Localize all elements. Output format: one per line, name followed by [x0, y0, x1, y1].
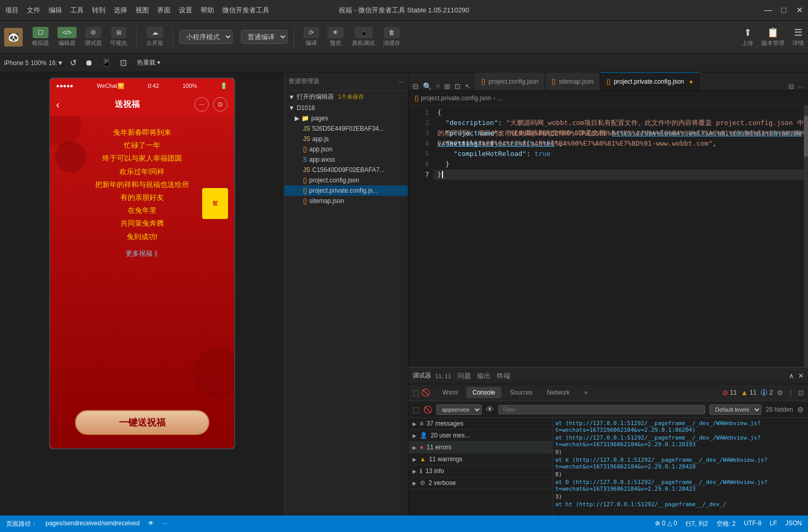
cursor-icon[interactable]: ↖ — [465, 82, 471, 90]
real-dev-button[interactable]: 📱 — [355, 27, 373, 38]
preview-button[interactable]: 👁 — [327, 27, 344, 38]
tab-console[interactable]: Console — [466, 387, 501, 398]
phone-send-btn[interactable]: 一键送祝福 — [75, 410, 209, 435]
issues-tab[interactable]: 问题 — [458, 371, 471, 381]
devtools-close-icon[interactable]: ✕ — [798, 372, 804, 380]
devtools-settings-icon[interactable]: ⚙ — [777, 389, 783, 397]
terminal-tab[interactable]: 终端 — [497, 371, 510, 381]
file-item-appwxss[interactable]: S app.wxss — [284, 154, 408, 165]
menu-bar[interactable]: 项目 文件 编辑 工具 转到 选择 视图 界面 设置 帮助 微信开发者工具 — [5, 6, 269, 15]
file-item-appjs[interactable]: JS app.js — [284, 134, 408, 144]
version-tool[interactable]: 📋 版本管理 — [761, 27, 784, 47]
devtools-popout-icon[interactable]: ⊡ — [798, 389, 804, 397]
console-settings-icon[interactable]: ⚙ — [797, 405, 804, 414]
editor-scrollbar[interactable] — [804, 105, 808, 367]
phone-more-link[interactable]: 更多祝福 ‖ — [95, 247, 189, 259]
menu-item-project[interactable]: 项目 — [5, 6, 19, 15]
menu-item-help[interactable]: 帮助 — [201, 6, 214, 15]
layout-button[interactable]: ⊡ — [118, 57, 129, 69]
real-dev-tool[interactable]: 📱 真机调试 — [349, 27, 378, 47]
tab-more[interactable]: » — [578, 387, 594, 398]
console-item-verbose[interactable]: ▶ ⚙ 2 verbose — [408, 477, 553, 489]
split-vert-icon[interactable]: ⊡ — [454, 82, 461, 90]
editor-tool[interactable]: </> 编辑器 — [54, 27, 80, 47]
search-icon[interactable]: 🔍 — [423, 82, 432, 90]
menu-item-tools[interactable]: 工具 — [70, 6, 84, 15]
split-editor-icon[interactable]: ⊟ — [788, 83, 794, 90]
tab-wxml[interactable]: Wxml — [436, 387, 464, 398]
context-select[interactable]: appservice — [436, 404, 482, 415]
d1018-section[interactable]: ▼ D1018 — [284, 103, 408, 113]
dots-status-icon[interactable]: ··· — [162, 520, 167, 528]
hot-reload[interactable]: 热重载 ▾ — [137, 58, 160, 67]
debugger-tool[interactable]: ⚙ 调试器 — [82, 27, 105, 47]
menu-item-ui[interactable]: 界面 — [157, 6, 171, 15]
editor-button[interactable]: </> — [57, 27, 77, 38]
console-clear-icon[interactable]: 🚫 — [423, 405, 432, 414]
tab-sources[interactable]: Sources — [504, 387, 539, 398]
devtools-inspect-icon[interactable]: ⬚ — [413, 388, 419, 397]
tab-sitemap[interactable]: {} sitemap.json — [545, 72, 600, 90]
compile-mode-select[interactable]: 普通编译 — [241, 30, 287, 44]
visual-button[interactable]: ⊞ — [111, 27, 127, 38]
compile-button[interactable]: ⟳ — [303, 27, 319, 38]
file-item-appjson[interactable]: {} app.json — [284, 144, 408, 154]
maximize-button[interactable]: □ — [780, 7, 787, 14]
console-item-info[interactable]: ▶ ℹ 13 info — [408, 465, 553, 477]
clear-cache-button[interactable]: 🗑 — [384, 27, 400, 38]
tab-more-icon[interactable]: ··· — [798, 83, 804, 90]
output-tab[interactable]: 输出 — [477, 371, 491, 381]
clear-cache-tool[interactable]: 🗑 清缓存 — [380, 27, 403, 47]
console-sidebar-icon[interactable]: ⬚ — [413, 405, 419, 414]
upload-tool[interactable]: ⬆ 上传 — [742, 27, 753, 47]
file-item-c156[interactable]: JS C15640D09F02EBAFA7... — [284, 165, 408, 175]
console-item-user[interactable]: ▶ 👤 20 user mes... — [408, 430, 553, 442]
code-content[interactable]: { "description": "大鹏源码网_wobbt.com项目私有配置文… — [433, 105, 808, 367]
branch-icon[interactable]: ⑂ — [436, 82, 440, 90]
eye-icon[interactable]: 👁 — [486, 405, 494, 414]
cloud-button[interactable]: ☁ — [147, 27, 163, 38]
visual-tool[interactable]: ⊞ 可视化 — [107, 27, 130, 47]
preview-tool[interactable]: 👁 预览 — [324, 27, 347, 47]
console-item-warnings[interactable]: ▶ ▲ 11 warnings — [408, 453, 553, 465]
device-button[interactable]: 📱 — [99, 57, 114, 69]
debugger-button[interactable]: ⚙ — [85, 27, 101, 38]
menu-item-settings[interactable]: 设置 — [179, 6, 192, 15]
file-item-projconfig[interactable]: {} project.config.json — [284, 175, 408, 185]
layout-icon[interactable]: ⊞ — [444, 82, 450, 90]
phone-more-btn[interactable]: ··· — [194, 97, 209, 112]
tab-network[interactable]: Network — [541, 387, 576, 398]
editor-toolbar-icons[interactable]: ⊟ 🔍 ⑂ ⊞ ⊡ ↖ — [408, 82, 475, 90]
console-item-messages[interactable]: ▶ ≡ 37 messages — [408, 418, 553, 430]
filter-input[interactable] — [498, 405, 705, 414]
open-editors-section[interactable]: ▼ 打开的编辑器 1个未保存 — [284, 91, 408, 103]
miniprogram-mode-select[interactable]: 小程序模式 — [179, 30, 233, 44]
simulator-button[interactable]: ☐ — [33, 27, 49, 38]
device-selector[interactable]: iPhone 5 100% 16:▼ — [4, 59, 64, 67]
window-controls[interactable]: — □ ✕ — [765, 7, 803, 14]
split-icon[interactable]: ⊟ — [413, 82, 419, 90]
close-button[interactable]: ✕ — [796, 7, 803, 14]
devtools-more-icon[interactable]: ⋮ — [787, 389, 794, 397]
more-tool[interactable]: ☰ 详情 — [792, 27, 804, 47]
menu-item-select[interactable]: 选择 — [114, 6, 127, 15]
eye-status-icon[interactable]: 👁 — [148, 520, 154, 528]
level-select[interactable]: Default levels — [709, 404, 761, 415]
compile-tool[interactable]: ⟳ 编译 — [300, 27, 322, 47]
phone-back-button[interactable]: ‹ — [56, 99, 60, 111]
minimize-button[interactable]: — — [765, 7, 772, 14]
menu-item-edit[interactable]: 编辑 — [49, 6, 62, 15]
file-item-projprivate[interactable]: {} project.private.config.js... — [284, 185, 408, 196]
pages-folder[interactable]: ▶ 📁 pages — [284, 113, 408, 123]
console-item-errors[interactable]: ▶ ● 11 errors — [408, 442, 553, 453]
breadcrumb-filename[interactable]: project.private.config.json — [421, 95, 491, 102]
devtools-ban-icon[interactable]: 🚫 — [421, 388, 430, 397]
record-button[interactable]: ⏺ — [83, 57, 95, 69]
file-item-0[interactable]: JS 526D5E449F02EBAF34... — [284, 123, 408, 134]
simulator-tool[interactable]: ☐ 模拟器 — [29, 27, 52, 47]
scrollbar-thumb[interactable] — [804, 116, 808, 157]
file-panel-menu-icon[interactable]: ··· — [399, 78, 404, 85]
file-item-sitemap[interactable]: {} sitemap.json — [284, 196, 408, 206]
phone-close-btn[interactable]: ⊙ — [213, 97, 227, 112]
refresh-button[interactable]: ↺ — [68, 57, 79, 69]
